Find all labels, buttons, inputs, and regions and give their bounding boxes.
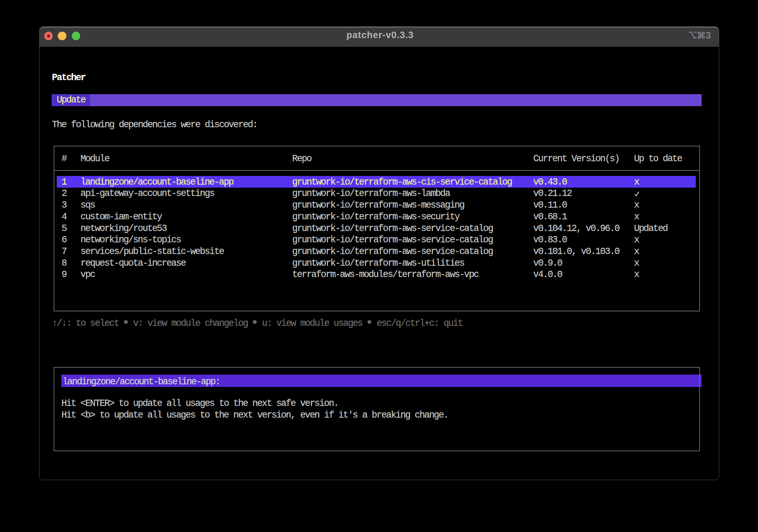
svg-text:3: 3 [706, 31, 711, 40]
